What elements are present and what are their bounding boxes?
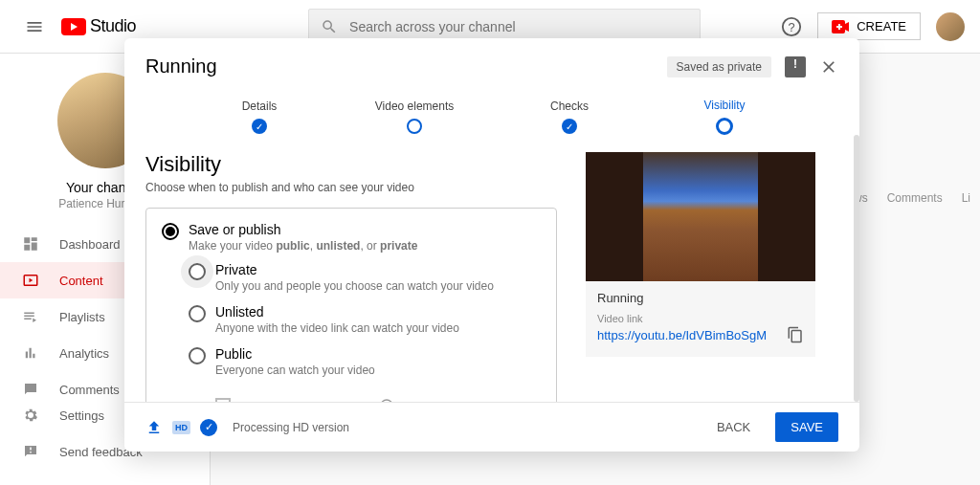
option-title: Save or publish — [189, 222, 417, 237]
close-icon — [819, 57, 838, 77]
dialog-left: Visibility Choose when to publish and wh… — [145, 152, 557, 402]
section-subtitle: Choose when to publish and who can see y… — [145, 181, 557, 194]
hamburger-icon — [25, 17, 44, 36]
premiere-label: Set as instant Premiere — [240, 399, 369, 403]
create-button[interactable]: CREATE — [817, 12, 921, 40]
svg-text:?: ? — [789, 19, 795, 33]
copy-icon[interactable] — [787, 326, 804, 343]
help-icon[interactable]: ? — [781, 16, 802, 37]
option-title: Public — [215, 346, 375, 362]
preview-link-label: Video link — [597, 313, 804, 324]
radio-icon — [162, 223, 179, 240]
logo-text: Studio — [90, 16, 136, 36]
step-dot-icon — [716, 118, 733, 135]
search-icon — [321, 18, 338, 35]
close-button[interactable] — [819, 57, 838, 77]
analytics-icon — [21, 344, 40, 362]
dialog-body: Visibility Choose when to publish and wh… — [124, 135, 859, 402]
preview-link[interactable]: https://youtu.be/IdVBimBoSgM — [597, 328, 767, 342]
radio-public[interactable]: Public Everyone can watch your video — [189, 346, 541, 377]
content-icon — [21, 272, 40, 289]
stepper: Details Video elements Checks Visibility — [124, 91, 859, 135]
dialog-footer: HD ✓ Processing HD version BACK SAVE — [124, 402, 859, 452]
step-checks[interactable]: Checks — [492, 99, 647, 134]
feedback-icon — [21, 443, 40, 460]
dialog-right: Running Video link https://youtu.be/IdVB… — [586, 152, 825, 402]
radio-icon — [189, 305, 206, 322]
step-visibility[interactable]: Visibility — [647, 99, 802, 135]
option-sub: Only you and people you choose can watch… — [215, 279, 494, 293]
visibility-option-box: Save or publish Make your video public, … — [145, 208, 557, 402]
logo[interactable]: Studio — [61, 16, 136, 36]
col-likes: Li — [962, 191, 970, 205]
sidebar-item-label: Settings — [59, 408, 104, 423]
check-icon: ✓ — [200, 419, 217, 436]
radio-unlisted[interactable]: Unlisted Anyone with the video link can … — [189, 304, 541, 335]
create-label: CREATE — [857, 19, 906, 33]
step-dot-icon — [562, 119, 577, 134]
step-details[interactable]: Details — [182, 99, 337, 134]
hamburger-menu-button[interactable] — [15, 8, 54, 46]
radio-icon — [189, 263, 206, 280]
send-feedback-icon[interactable] — [785, 56, 806, 77]
col-comments: Comments — [887, 191, 943, 205]
footer-right: BACK SAVE — [702, 412, 838, 442]
preview-info: Running Video link https://youtu.be/IdVB… — [586, 281, 815, 357]
create-icon — [832, 20, 849, 33]
preview-link-row: https://youtu.be/IdVBimBoSgM — [597, 326, 804, 343]
saved-badge: Saved as private — [667, 56, 771, 77]
sidebar-item-label: Content — [59, 274, 103, 288]
option-title: Private — [215, 262, 494, 277]
step-label: Video elements — [337, 99, 492, 113]
section-title: Visibility — [145, 152, 557, 177]
preview-title: Running — [597, 291, 804, 305]
dialog-header-right: Saved as private — [667, 56, 838, 77]
radio-private[interactable]: Private Only you and people you choose c… — [189, 262, 541, 293]
step-label: Details — [182, 99, 337, 113]
step-label: Checks — [492, 99, 647, 113]
option-title: Unlisted — [215, 304, 459, 320]
processing-text: Processing HD version — [233, 421, 349, 434]
hd-badge: HD — [172, 421, 190, 434]
sub-options: Private Only you and people you choose c… — [189, 262, 541, 402]
back-button[interactable]: BACK — [702, 412, 766, 442]
playlists-icon — [21, 308, 40, 325]
step-video-elements[interactable]: Video elements — [337, 99, 492, 134]
dashboard-icon — [21, 235, 40, 253]
sidebar-item-label: Analytics — [59, 346, 109, 361]
sidebar-item-label: Dashboard — [59, 237, 121, 252]
option-sub: Anyone with the video link can watch you… — [215, 321, 459, 335]
upload-dialog: Running Saved as private Details Video e… — [124, 38, 859, 452]
save-button[interactable]: SAVE — [775, 412, 838, 442]
step-label: Visibility — [647, 99, 802, 112]
checkbox-icon — [215, 398, 231, 402]
premiere-row[interactable]: Set as instant Premiere ? — [215, 398, 541, 402]
step-dot-icon — [252, 119, 267, 134]
search-input[interactable] — [349, 19, 688, 34]
help-icon[interactable]: ? — [379, 398, 394, 402]
option-sub: Everyone can watch your video — [215, 364, 375, 377]
header-right: ? CREATE — [781, 12, 965, 41]
youtube-icon — [61, 18, 86, 35]
dialog-header: Running Saved as private — [124, 38, 859, 91]
sidebar-item-label: Comments — [59, 383, 120, 397]
radio-save-or-publish[interactable]: Save or publish Make your video public, … — [162, 222, 541, 253]
upload-icon — [145, 419, 163, 436]
radio-icon — [189, 347, 206, 364]
scrollbar[interactable] — [854, 135, 859, 402]
sidebar-item-label: Playlists — [59, 310, 105, 324]
video-thumbnail[interactable] — [586, 152, 815, 281]
comments-icon — [21, 381, 40, 398]
step-dot-icon — [407, 119, 422, 134]
option-sub: Make your video public, unlisted, or pri… — [189, 239, 417, 253]
account-avatar[interactable] — [936, 12, 965, 41]
gear-icon — [21, 407, 40, 424]
dialog-title: Running — [145, 55, 217, 77]
